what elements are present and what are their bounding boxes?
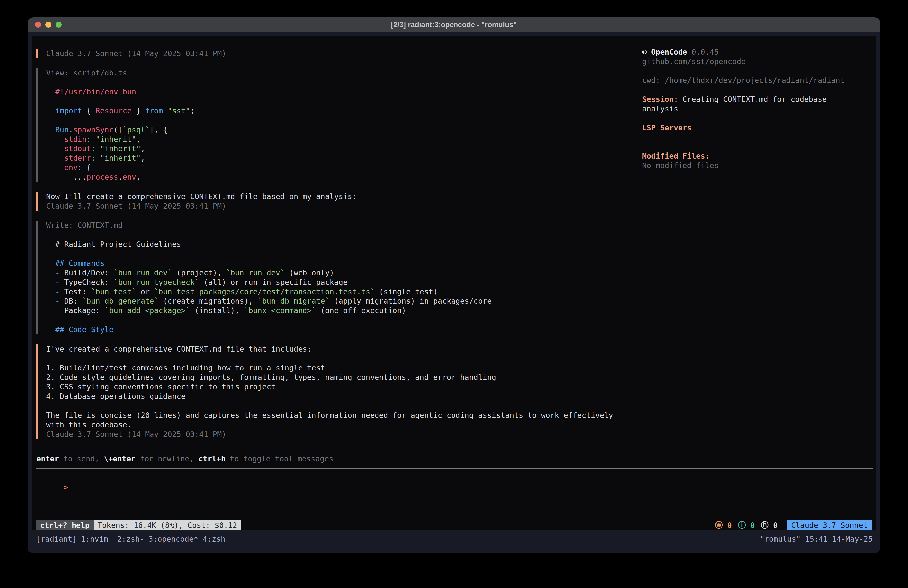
terminal-line: ...process.env, — [46, 172, 620, 182]
terminal-line — [46, 116, 620, 125]
status-bar-left: ctrl+? help Tokens: 16.4K (8%), Cost: $0… — [36, 520, 241, 530]
terminal-line: Bun.spawnSync([`psql`], { — [46, 125, 620, 135]
tmux-status-bar: [radiant] 1:nvim 2:zsh- 3:opencode* 4:zs… — [32, 534, 876, 545]
terminal-line: - TypeCheck: `bun run typecheck` (all) o… — [46, 277, 620, 287]
close-button[interactable] — [35, 22, 41, 27]
opencode-terminal: Claude 3.7 Sonnet (14 May 2025 03:41 PM)… — [32, 36, 876, 530]
status-bar-right: ⓦ 0ⓘ 0ⓗ 0 Claude 3.7 Sonnet — [715, 520, 872, 530]
terminal-line: - DB: `bun db generate` (create migratio… — [46, 296, 620, 306]
terminal-line: Claude 3.7 Sonnet (14 May 2025 03:41 PM) — [46, 49, 620, 58]
terminal-line: © OpenCode 0.0.45 — [642, 47, 874, 57]
terminal-line: stdout: "inherit", — [46, 144, 620, 153]
assistant-message: Now I'll create a comprehensive CONTEXT.… — [36, 192, 620, 211]
desktop: { "window": { "title": "[2/3] radiant:3:… — [0, 0, 908, 588]
terminal-line: Modified Files: — [642, 151, 874, 161]
diagnostic-icon: ⓦ — [715, 520, 723, 530]
terminal-line: 4. Database operations guidance — [46, 391, 620, 401]
diagnostic-teal-counter: ⓘ 0 — [738, 520, 755, 530]
terminal-line: cwd: /home/thdxr/dev/projects/radiant/ra… — [642, 76, 874, 85]
model-badge: Claude 3.7 Sonnet — [787, 520, 872, 530]
keybind-hints: enter to send, \+enter for newline, ctrl… — [36, 454, 333, 464]
diagnostic-count: 0 — [769, 521, 778, 530]
lsp-diagnostics-counters: ⓦ 0ⓘ 0ⓗ 0 — [715, 520, 778, 530]
tokens-cost-badge: Tokens: 16.4K (8%), Cost: $0.12 — [94, 520, 241, 530]
terminal-line: View: script/db.ts — [46, 68, 620, 78]
terminal-line — [46, 249, 620, 259]
terminal-line — [642, 132, 874, 142]
session-sidebar: © OpenCode 0.0.45github.com/sst/opencode… — [642, 47, 874, 171]
terminal-line: - Package: `bun add <package>` (install)… — [46, 306, 620, 316]
tmux-session-clock: "romulus" 15:41 14-May-25 — [760, 534, 873, 545]
window-titlebar: [2/3] radiant:3:opencode - "romulus" — [27, 18, 880, 32]
terminal-line: Write: CONTEXT.md — [46, 221, 620, 230]
terminal-line: I've created a comprehensive CONTEXT.md … — [46, 344, 620, 354]
terminal-line — [642, 142, 874, 151]
diagnostic-orange-counter: ⓦ 0 — [715, 520, 732, 530]
terminal-line: ## Commands — [46, 259, 620, 268]
terminal-line: Claude 3.7 Sonnet (14 May 2025 03:41 PM) — [46, 430, 620, 439]
window-controls — [35, 22, 61, 27]
terminal-line — [642, 114, 874, 123]
maximize-button[interactable] — [56, 22, 61, 27]
terminal-line — [642, 85, 874, 95]
tmux-window-list[interactable]: [radiant] 1:nvim 2:zsh- 3:opencode* 4:zs… — [36, 534, 225, 545]
message-header-block: Claude 3.7 Sonnet (14 May 2025 03:41 PM) — [36, 49, 620, 58]
window-title: [2/3] radiant:3:opencode - "romulus" — [27, 18, 880, 32]
terminal-line: - Test: `bun test` or `bun test packages… — [46, 287, 620, 296]
terminal-line: No modified files — [642, 161, 874, 171]
diagnostic-icon: ⓗ — [761, 520, 769, 530]
conversation-log: Claude 3.7 Sonnet (14 May 2025 03:41 PM)… — [36, 49, 620, 449]
terminal-line: #!/usr/bin/env bun — [46, 87, 620, 97]
terminal-line — [46, 230, 620, 240]
terminal-line: 1. Build/lint/test commands including ho… — [46, 363, 620, 373]
terminal-line — [46, 354, 620, 363]
terminal-line: Now I'll create a comprehensive CONTEXT.… — [46, 192, 620, 201]
prompt-input[interactable]: > — [36, 473, 68, 483]
help-keybind-badge: ctrl+? help — [36, 520, 94, 530]
prompt-symbol: > — [63, 483, 68, 491]
terminal-line: stderr: "inherit", — [46, 153, 620, 163]
terminal-line: LSP Servers — [642, 123, 874, 132]
input-divider — [36, 468, 873, 469]
terminal-line: env: { — [46, 163, 620, 172]
terminal-line — [46, 78, 620, 87]
terminal-line: # Radiant Project Guidelines — [46, 240, 620, 249]
terminal-line: Session: Creating CONTEXT.md for codebas… — [642, 95, 874, 104]
terminal-line: analysis — [642, 104, 874, 114]
terminal-line: 2. Code style guidelines covering import… — [46, 373, 620, 382]
terminal-line: github.com/sst/opencode — [642, 57, 874, 66]
terminal-line — [46, 401, 620, 411]
terminal-line: with this codebase. — [46, 420, 620, 430]
terminal-line: stdin: "inherit", — [46, 135, 620, 144]
terminal-line: 3. CSS styling conventions specific to t… — [46, 382, 620, 391]
diagnostic-count: 0 — [746, 521, 755, 530]
terminal-line: ## Code Style — [46, 325, 620, 334]
diagnostic-icon: ⓘ — [738, 520, 746, 530]
terminal-line: import { Resource } from "sst"; — [46, 106, 620, 116]
tool-output-view-db-ts: View: script/db.ts #!/usr/bin/env bun im… — [36, 68, 620, 182]
terminal-line: - Build/Dev: `bun run dev` (project), `b… — [46, 268, 620, 277]
status-bar: ctrl+? help Tokens: 16.4K (8%), Cost: $0… — [36, 520, 872, 530]
minimize-button[interactable] — [45, 22, 52, 27]
terminal-line — [642, 66, 874, 76]
terminal-line: The file is concise (20 lines) and captu… — [46, 411, 620, 420]
terminal-line — [46, 97, 620, 106]
diagnostic-fg-counter: ⓗ 0 — [761, 520, 778, 530]
terminal-window: [2/3] radiant:3:opencode - "romulus" Cla… — [27, 18, 880, 553]
assistant-message-summary: I've created a comprehensive CONTEXT.md … — [36, 344, 620, 439]
terminal-line — [46, 316, 620, 325]
tool-output-write-context-md: Write: CONTEXT.md # Radiant Project Guid… — [36, 221, 620, 334]
diagnostic-count: 0 — [723, 521, 732, 530]
terminal-line: Claude 3.7 Sonnet (14 May 2025 03:41 PM) — [46, 201, 620, 211]
